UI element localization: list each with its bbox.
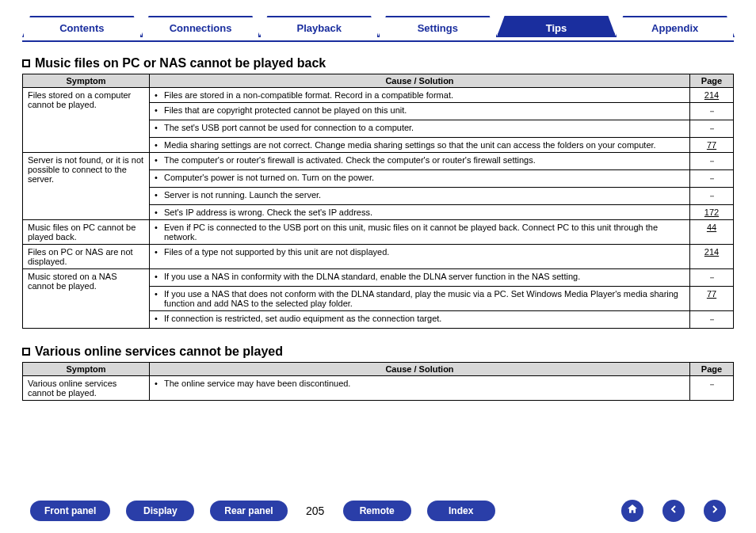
section-title-text: Various online services cannot be played bbox=[35, 345, 283, 359]
table-row: Various online services cannot be played… bbox=[23, 376, 734, 401]
next-page-button[interactable] bbox=[704, 500, 726, 522]
cause-cell: •Server is not running. Launch the serve… bbox=[150, 188, 690, 205]
col-cause: Cause / Solution bbox=[150, 363, 690, 376]
cause-cell: •Files of a type not supported by this u… bbox=[150, 245, 690, 269]
page-number: 205 bbox=[304, 504, 327, 517]
page-cell: － bbox=[690, 153, 734, 170]
display-button[interactable]: Display bbox=[126, 501, 194, 521]
page-link[interactable]: 44 bbox=[707, 223, 716, 232]
table-row: Music files on PC cannot be played back.… bbox=[23, 220, 734, 245]
troubleshoot-table-1: Symptom Cause / Solution Page Files stor… bbox=[22, 74, 734, 329]
col-cause: Cause / Solution bbox=[150, 74, 690, 88]
cause-cell: •Media sharing settings are not correct.… bbox=[150, 138, 690, 153]
cause-cell: •The set's USB port cannot be used for c… bbox=[150, 120, 690, 138]
cause-cell: •Even if PC is connected to the USB port… bbox=[150, 220, 690, 245]
table-row: Music stored on a NAS cannot be played.•… bbox=[23, 269, 734, 287]
col-page: Page bbox=[690, 363, 734, 376]
tab-tips[interactable]: Tips bbox=[497, 16, 617, 37]
table-row: Files on PC or NAS are not displayed.•Fi… bbox=[23, 245, 734, 269]
col-symptom: Symptom bbox=[23, 74, 150, 88]
cause-cell: •Files are stored in a non-compatible fo… bbox=[150, 88, 690, 103]
prev-page-button[interactable] bbox=[662, 500, 685, 522]
front-panel-button[interactable]: Front panel bbox=[30, 501, 110, 521]
footer-nav: Front panel Display Rear panel 205 Remot… bbox=[22, 493, 734, 525]
symptom-cell: Various online services cannot be played… bbox=[23, 376, 150, 401]
table-row: Files stored on a computer cannot be pla… bbox=[23, 88, 734, 103]
symptom-cell: Music stored on a NAS cannot be played. bbox=[23, 269, 150, 329]
section-title-text: Music files on PC or NAS cannot be playe… bbox=[35, 56, 326, 70]
square-bullet-icon bbox=[22, 59, 30, 67]
cause-cell: •If you use a NAS that does not conform … bbox=[150, 287, 690, 311]
tab-settings[interactable]: Settings bbox=[378, 16, 498, 37]
symptom-cell: Server is not found, or it is not possib… bbox=[23, 153, 150, 220]
page-link[interactable]: 214 bbox=[704, 247, 719, 257]
page-cell[interactable]: 77 bbox=[690, 287, 734, 311]
col-page: Page bbox=[690, 74, 734, 88]
page-link[interactable]: 77 bbox=[707, 289, 716, 299]
square-bullet-icon bbox=[22, 348, 30, 356]
table-row: Server is not found, or it is not possib… bbox=[23, 153, 734, 170]
home-button[interactable] bbox=[621, 500, 643, 522]
page-cell: － bbox=[690, 120, 734, 138]
symptom-cell: Music files on PC cannot be played back. bbox=[23, 220, 150, 245]
page-cell: － bbox=[690, 103, 734, 120]
tab-playback[interactable]: Playback bbox=[259, 16, 379, 37]
cause-cell: •If you use a NAS in conformity with the… bbox=[150, 269, 690, 287]
cause-cell: •The online service may have been discon… bbox=[150, 376, 690, 401]
cause-cell: •Set's IP address is wrong. Check the se… bbox=[150, 205, 690, 220]
page-cell[interactable]: 77 bbox=[690, 138, 734, 153]
home-icon bbox=[626, 503, 639, 519]
section-title-1: Music files on PC or NAS cannot be playe… bbox=[22, 56, 734, 70]
cause-cell: •Computer's power is not turned on. Turn… bbox=[150, 170, 690, 188]
page-cell[interactable]: 214 bbox=[690, 245, 734, 269]
arrow-right-icon bbox=[708, 503, 721, 519]
cause-cell: •If connection is restricted, set audio … bbox=[150, 311, 690, 329]
troubleshoot-table-2: Symptom Cause / Solution Page Various on… bbox=[22, 362, 734, 401]
col-symptom: Symptom bbox=[23, 363, 150, 376]
arrow-left-icon bbox=[667, 503, 680, 519]
section-title-2: Various online services cannot be played bbox=[22, 345, 734, 359]
page-cell: － bbox=[690, 188, 734, 205]
page-cell: － bbox=[690, 170, 734, 188]
page-cell: － bbox=[690, 269, 734, 287]
cause-cell: •Files that are copyright protected cann… bbox=[150, 103, 690, 120]
page-cell[interactable]: 214 bbox=[690, 88, 734, 103]
tab-connections[interactable]: Connections bbox=[141, 16, 261, 37]
tab-contents[interactable]: Contents bbox=[22, 16, 142, 37]
symptom-cell: Files stored on a computer cannot be pla… bbox=[23, 88, 150, 153]
page-cell: － bbox=[690, 311, 734, 329]
page-link[interactable]: 77 bbox=[707, 140, 716, 150]
rear-panel-button[interactable]: Rear panel bbox=[210, 501, 287, 521]
symptom-cell: Files on PC or NAS are not displayed. bbox=[23, 245, 150, 269]
tab-appendix[interactable]: Appendix bbox=[615, 16, 735, 37]
cause-cell: •The computer's or router's firewall is … bbox=[150, 153, 690, 170]
page-cell[interactable]: 44 bbox=[690, 220, 734, 245]
page-cell[interactable]: 172 bbox=[690, 205, 734, 220]
top-tabs: Contents Connections Playback Settings T… bbox=[22, 16, 734, 42]
remote-button[interactable]: Remote bbox=[343, 501, 411, 521]
index-button[interactable]: Index bbox=[427, 501, 495, 521]
page-link[interactable]: 172 bbox=[704, 207, 719, 217]
page-link[interactable]: 214 bbox=[704, 90, 719, 100]
page-cell: － bbox=[690, 376, 734, 401]
